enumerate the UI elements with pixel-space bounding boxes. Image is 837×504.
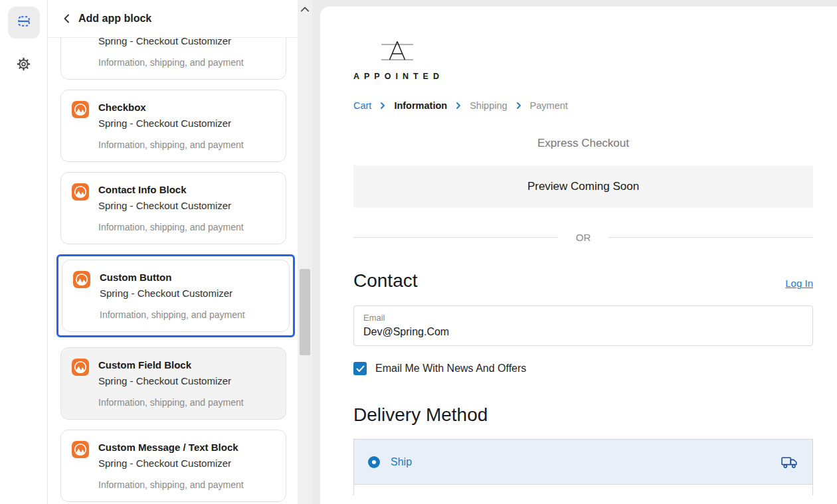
or-label: OR: [558, 232, 609, 243]
contact-header-row: Contact Log In: [353, 270, 813, 292]
app-block-description: Information, shipping, and payment: [98, 220, 275, 234]
spring-app-icon: [72, 359, 89, 376]
store-logo: APPOINTED: [353, 37, 813, 81]
app-block-subtitle: Spring - Checkout Customizer: [98, 197, 275, 214]
panel-title: Add app block: [78, 13, 151, 25]
gear-icon: [17, 57, 31, 74]
activity-bar: [0, 0, 48, 504]
sections-nav-button[interactable]: [8, 7, 40, 39]
app-block-card-custom-field[interactable]: Custom Field Block Spring - Checkout Cus…: [60, 347, 286, 420]
app-block-card[interactable]: Spring - Checkout Customizer Information…: [60, 38, 286, 80]
delivery-option-ship[interactable]: Ship: [353, 439, 813, 485]
app-block-title: Custom Field Block: [98, 357, 275, 373]
check-icon: [356, 365, 365, 373]
divider-line: [353, 237, 558, 238]
spring-app-icon: [72, 441, 89, 458]
ship-label: Ship: [391, 456, 412, 468]
chevron-right-icon: [516, 102, 521, 110]
spring-app-icon: [73, 271, 90, 288]
breadcrumb-shipping: Shipping: [470, 100, 507, 111]
or-divider: OR: [353, 232, 813, 243]
list-item-clipped: Spring - Checkout Customizer Information…: [60, 38, 286, 80]
app-block-subtitle: Spring - Checkout Customizer: [98, 373, 275, 389]
newsletter-label: Email Me With News And Offers: [375, 363, 526, 375]
app-block-list: Spring - Checkout Customizer Information…: [48, 38, 298, 504]
app-block-title: Custom Message / Text Block: [98, 440, 275, 455]
shipping-truck-icon: [781, 456, 798, 469]
delivery-method-heading: Delivery Method: [353, 404, 813, 426]
brand-name: APPOINTED: [353, 72, 813, 81]
logo-a-mark: [353, 37, 446, 63]
settings-nav-button[interactable]: [8, 49, 40, 81]
chevron-right-icon: [456, 102, 461, 110]
selected-block-ring: Custom Button Spring - Checkout Customiz…: [56, 254, 295, 337]
scroll-up-arrow-icon[interactable]: [300, 4, 310, 15]
email-field[interactable]: Email Dev@Spring.Com: [353, 305, 813, 346]
preview-coming-soon-banner: Preview Coming Soon: [353, 165, 813, 208]
newsletter-row: Email Me With News And Offers: [353, 362, 813, 375]
app-block-title: Contact Info Block: [98, 182, 275, 197]
app-window: Add app block: [0, 0, 837, 504]
app-block-description: Information, shipping, and payment: [98, 478, 275, 492]
breadcrumb-payment: Payment: [530, 100, 568, 111]
scrollbar-thumb[interactable]: [300, 269, 310, 355]
app-block-subtitle: Spring - Checkout Customizer: [98, 455, 275, 471]
log-in-link[interactable]: Log In: [785, 278, 813, 289]
express-checkout-label: Express Checkout: [353, 137, 813, 150]
spring-app-icon: [72, 183, 89, 201]
email-field-label: Email: [363, 312, 803, 323]
checkout-preview: APPOINTED Cart Information Shipping Paym…: [320, 7, 837, 504]
chevron-left-icon: [62, 13, 70, 24]
app-block-title: Checkbox: [98, 100, 275, 115]
app-block-description: Information, shipping, and payment: [98, 396, 275, 410]
app-block-card-contact-info[interactable]: Contact Info Block Spring - Checkout Cus…: [60, 172, 286, 244]
app-block-subtitle: Spring - Checkout Customizer: [98, 115, 275, 131]
breadcrumb-information: Information: [394, 100, 447, 111]
ship-radio[interactable]: [368, 456, 380, 468]
breadcrumb: Cart Information Shipping Payment: [353, 100, 813, 111]
sections-icon: [17, 14, 31, 31]
preview-area: APPOINTED Cart Information Shipping Paym…: [312, 0, 837, 504]
app-block-subtitle: Spring - Checkout Customizer: [98, 38, 275, 49]
chevron-right-icon: [380, 102, 385, 110]
app-block-card-checkbox[interactable]: Checkbox Spring - Checkout Customizer In…: [60, 90, 286, 162]
spring-app-icon: [72, 101, 89, 118]
email-field-value: Dev@Spring.Com: [363, 325, 803, 339]
divider-line: [608, 237, 813, 238]
next-delivery-option-partial: [353, 485, 813, 495]
panel-header: Add app block: [48, 0, 298, 38]
app-block-title: Custom Button: [100, 270, 278, 285]
add-app-block-panel: Add app block: [48, 0, 298, 504]
app-block-card-custom-button[interactable]: Custom Button Spring - Checkout Customiz…: [62, 260, 290, 332]
back-button[interactable]: [62, 13, 70, 24]
newsletter-checkbox[interactable]: [353, 362, 367, 375]
app-block-description: Information, shipping, and payment: [100, 308, 278, 322]
contact-heading: Contact: [353, 270, 418, 292]
panel-scrollbar[interactable]: [298, 0, 312, 504]
app-block-card-custom-message[interactable]: Custom Message / Text Block Spring - Che…: [60, 430, 286, 502]
breadcrumb-cart[interactable]: Cart: [353, 100, 371, 111]
app-block-description: Information, shipping, and payment: [98, 56, 275, 70]
app-block-subtitle: Spring - Checkout Customizer: [100, 285, 278, 301]
app-block-description: Information, shipping, and payment: [98, 138, 275, 152]
